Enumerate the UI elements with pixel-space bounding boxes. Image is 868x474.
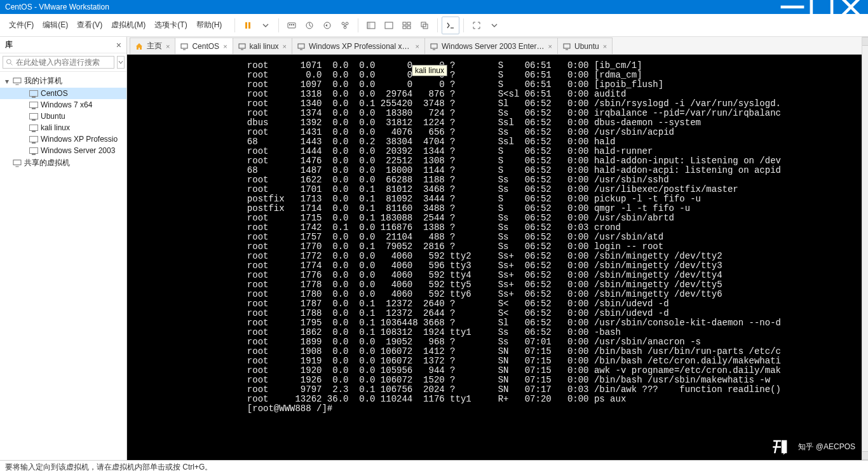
computer-icon xyxy=(13,78,22,85)
collapse-icon: ▾ xyxy=(4,77,10,86)
library-search-dropdown[interactable] xyxy=(117,56,125,69)
tab-close-button[interactable]: × xyxy=(416,43,419,50)
svg-rect-14 xyxy=(385,22,393,29)
tab-vm[interactable]: Windows XP Professional x64 ...× xyxy=(292,37,425,54)
main-area: 主页 × CentOS×kali linux×Windows XP Profes… xyxy=(127,37,862,460)
show-console-button[interactable] xyxy=(362,17,380,34)
svg-rect-26 xyxy=(298,44,304,48)
tab-close-button[interactable]: × xyxy=(548,43,552,50)
toolbar-separator xyxy=(278,18,279,32)
svg-rect-23 xyxy=(13,159,21,165)
enter-vm-button[interactable] xyxy=(442,17,459,34)
home-icon xyxy=(135,43,143,50)
tree-vm-item[interactable]: Ubuntu xyxy=(0,111,126,122)
tree-vm-label: Windows XP Professio xyxy=(41,135,118,144)
tree-vm-item[interactable]: Windows Server 2003 xyxy=(0,145,126,156)
tree-vm-item[interactable]: Windows XP Professio xyxy=(0,133,126,145)
menu-view[interactable]: 查看(V) xyxy=(73,17,106,33)
library-tree: ▾ 我的计算机 CentOSWindows 7 x64Ubuntukali li… xyxy=(0,72,126,460)
menu-help[interactable]: 帮助(H) xyxy=(193,17,226,33)
window-titlebar: CentOS - VMware Workstation xyxy=(0,0,868,14)
window-close-button[interactable] xyxy=(836,0,865,14)
tab-vm[interactable]: Ubuntu× xyxy=(557,37,613,54)
tree-root-label: 我的计算机 xyxy=(24,76,62,86)
vm-icon xyxy=(29,136,38,142)
library-sidebar: 库 × ▾ 我的计算机 CentOSWindows 7 x64Ubuntukal… xyxy=(0,37,127,460)
vm-icon xyxy=(238,43,246,50)
send-ctrl-alt-del-button[interactable] xyxy=(283,17,301,34)
toolbar-separator xyxy=(234,18,235,32)
snapshot-button[interactable] xyxy=(301,17,318,34)
revert-snapshot-button[interactable] xyxy=(318,17,336,34)
tab-vm[interactable]: Windows Server 2003 Enterpr...× xyxy=(424,37,558,54)
tab-vm[interactable]: CentOS× xyxy=(175,37,233,54)
tab-close-button[interactable]: × xyxy=(283,43,287,50)
menu-vm[interactable]: 虚拟机(M) xyxy=(107,17,149,33)
window-title: CentOS - VMware Workstation xyxy=(3,3,778,11)
tab-close-button[interactable]: × xyxy=(223,43,227,50)
thumbnail-view-button[interactable] xyxy=(398,17,416,34)
tree-vm-item[interactable]: kali linux xyxy=(0,122,126,133)
svg-rect-15 xyxy=(403,22,406,25)
menu-edit[interactable]: 编辑(E) xyxy=(39,17,72,33)
tab-home[interactable]: 主页 × xyxy=(130,37,175,54)
tab-close-button[interactable]: × xyxy=(603,43,607,50)
tree-root-my-computer[interactable]: ▾ 我的计算机 xyxy=(0,74,126,88)
window-minimize-button[interactable] xyxy=(778,0,807,14)
svg-rect-0 xyxy=(811,0,832,17)
menu-list: 文件(F) 编辑(E) 查看(V) 虚拟机(M) 选项卡(T) 帮助(H) xyxy=(0,17,231,33)
tree-root-shared[interactable]: 共享的虚拟机 xyxy=(0,156,126,170)
library-close-button[interactable]: × xyxy=(116,40,121,50)
menubar: 文件(F) 编辑(E) 查看(V) 虚拟机(M) 选项卡(T) 帮助(H) xyxy=(0,14,868,37)
window-maximize-button[interactable] xyxy=(807,0,836,14)
terminal-output: root 1071 0.0 0.0 0 0 ? S 06:51 0:00 [ib… xyxy=(127,55,862,416)
tab-label: Windows Server 2003 Enterpr... xyxy=(442,42,545,51)
toolbar-separator xyxy=(463,18,464,32)
tab-vm[interactable]: kali linux× xyxy=(233,37,292,54)
fullscreen-button[interactable] xyxy=(468,17,485,34)
svg-rect-5 xyxy=(291,24,292,25)
svg-rect-27 xyxy=(431,44,437,48)
snapshot-manager-button[interactable] xyxy=(336,17,354,34)
tree-vm-item[interactable]: CentOS xyxy=(0,88,126,99)
vm-icon xyxy=(29,113,38,119)
tab-tooltip: kali linux xyxy=(412,65,447,76)
library-search-box[interactable] xyxy=(3,56,114,69)
menu-file[interactable]: 文件(F) xyxy=(5,17,37,33)
tree-vm-item[interactable]: Windows 7 x64 xyxy=(0,99,126,111)
svg-rect-22 xyxy=(13,78,21,83)
toolbar-separator xyxy=(437,18,438,32)
vm-icon xyxy=(430,43,438,50)
vm-icon xyxy=(29,147,38,154)
svg-rect-25 xyxy=(239,44,245,48)
tab-label: kali linux xyxy=(250,42,279,51)
svg-rect-13 xyxy=(367,22,370,29)
vertical-scrollbar[interactable] xyxy=(862,37,868,460)
svg-rect-28 xyxy=(564,44,570,48)
tree-shared-label: 共享的虚拟机 xyxy=(24,158,70,168)
svg-point-21 xyxy=(7,60,11,64)
unity-button[interactable] xyxy=(416,17,433,34)
vm-icon xyxy=(563,43,571,50)
scroll-track[interactable] xyxy=(862,46,868,451)
fullscreen-dropdown-button[interactable] xyxy=(485,17,503,34)
library-search-input[interactable] xyxy=(16,58,111,67)
vm-console[interactable]: kali linux root 1071 0.0 0.0 0 0 ? S 06:… xyxy=(127,55,862,460)
library-header: 库 × xyxy=(0,37,126,53)
svg-rect-24 xyxy=(181,44,187,48)
vm-icon xyxy=(29,90,38,97)
power-dropdown-button[interactable] xyxy=(257,17,275,34)
tab-strip: 主页 × CentOS×kali linux×Windows XP Profes… xyxy=(127,37,862,55)
tree-vm-label: Windows Server 2003 xyxy=(41,146,115,155)
tab-close-button[interactable]: × xyxy=(166,43,170,50)
pause-vm-button[interactable] xyxy=(239,17,257,34)
tree-vm-label: Ubuntu xyxy=(41,112,65,121)
scroll-up-button[interactable] xyxy=(862,37,868,46)
show-only-button[interactable] xyxy=(380,17,398,34)
tab-home-label: 主页 xyxy=(147,41,162,51)
scroll-down-button[interactable] xyxy=(862,451,868,460)
tab-label: CentOS xyxy=(192,42,219,51)
svg-rect-16 xyxy=(407,22,410,25)
search-icon xyxy=(6,58,13,66)
menu-tabs[interactable]: 选项卡(T) xyxy=(151,17,191,33)
